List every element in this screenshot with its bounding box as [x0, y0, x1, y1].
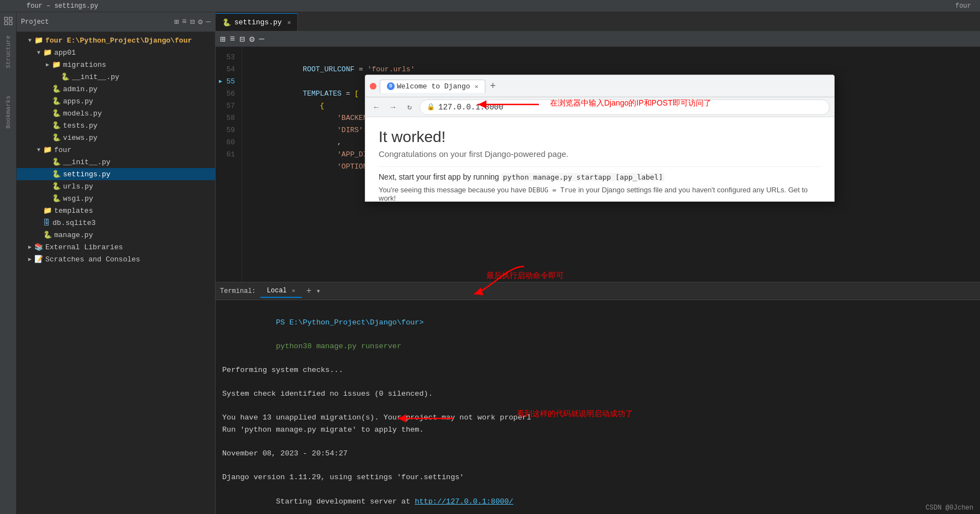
terminal-tab-label: Local — [267, 287, 287, 295]
svg-rect-1 — [9, 17, 12, 20]
line-num-53: 53 — [218, 51, 239, 64]
line-num-60: 60 — [218, 137, 239, 149]
browser-divider — [379, 166, 821, 167]
toolbar-split-icon[interactable]: ⊟ — [239, 34, 245, 45]
tree-item-tests[interactable]: 🐍 tests.py — [17, 119, 215, 132]
file-tree-header-icons: ⊞ ≡ ⊟ ⚙ — — [174, 17, 211, 27]
tree-item-templates[interactable]: 📁 templates — [17, 204, 215, 217]
terminal-out-3: You have 13 unapplied migration(s). Your… — [222, 412, 973, 424]
tree-label-init-migrations: __init__.py — [72, 73, 119, 81]
browser-tab-close-btn[interactable]: ✕ — [475, 83, 479, 90]
tree-label-admin: admin.py — [63, 85, 97, 93]
tree-item-admin[interactable]: 🐍 admin.py — [17, 83, 215, 95]
browser-page-subtitle: Congratulations on your first Django-pow… — [379, 149, 821, 159]
terminal-out-7: Starting development server at http://12… — [222, 484, 973, 514]
file-tree: ▼ 📁 four E:\Python_Project\Django\four ▼… — [17, 32, 215, 514]
tree-label-app01: app01 — [54, 49, 76, 57]
tree-label-manage: manage.py — [54, 231, 93, 239]
tree-item-settings[interactable]: 🐍 settings.py — [17, 168, 215, 180]
svg-rect-0 — [4, 17, 7, 20]
tree-item-init-migrations[interactable]: 🐍 __init__.py — [17, 71, 215, 83]
browser-content: It worked! Congratulations on your first… — [365, 117, 834, 201]
ide-topbar: four – settings.py four — [0, 0, 980, 12]
terminal-tab-local[interactable]: Local ✕ — [260, 285, 302, 298]
browser-url-text: 127.0.0.1:8000 — [438, 103, 504, 112]
terminal-link-server[interactable]: http://127.0.0.1:8000/ — [415, 497, 513, 506]
terminal-add-icon[interactable]: + — [306, 286, 312, 296]
project-icon[interactable] — [2, 14, 15, 28]
tree-label-settings: settings.py — [63, 170, 111, 179]
tree-item-urls[interactable]: 🐍 urls.py — [17, 180, 215, 192]
browser-next-code: python manage.py startapp [app_label] — [501, 173, 665, 181]
tree-item-init-four[interactable]: 🐍 __init__.py — [17, 156, 215, 168]
tree-label-ext-libs: External Libraries — [45, 243, 123, 251]
terminal-tab-close[interactable]: ✕ — [292, 288, 295, 294]
tree-item-scratches[interactable]: ▶ 📝 Scratches and Consoles — [17, 253, 215, 265]
tree-icon-settings[interactable]: ⚙ — [198, 17, 202, 27]
terminal-prompt-line: PS E:\Python_Project\Django\four> python… — [222, 305, 973, 364]
browser-back-btn[interactable]: ← — [370, 101, 383, 114]
browser-debug-text: You're seeing this message because you h… — [379, 186, 821, 201]
tree-root[interactable]: ▼ 📁 four E:\Python_Project\Django\four — [17, 34, 215, 46]
tree-item-migrations[interactable]: ▶ 📁 migrations — [17, 59, 215, 71]
browser-tab-django[interactable]: D Welcome to Django ✕ — [380, 80, 485, 93]
terminal-content[interactable]: PS E:\Python_Project\Django\four> python… — [216, 300, 980, 514]
line-num-61: 61 — [218, 149, 239, 161]
tab-close-settings[interactable]: ✕ — [287, 19, 291, 26]
tree-item-db[interactable]: 🗄 db.sqlite3 — [17, 217, 215, 229]
terminal-more-icon[interactable]: ▾ — [316, 286, 321, 296]
tree-item-wsgi[interactable]: 🐍 wsgi.py — [17, 192, 215, 204]
file-tree-title: Project — [21, 18, 49, 26]
tree-label-tests: tests.py — [63, 122, 97, 130]
toolbar-list-icon[interactable]: ≡ — [230, 34, 235, 44]
editor-tab-settings[interactable]: 🐍 settings.py ✕ — [216, 13, 298, 31]
tree-item-ext-libs[interactable]: ▶ 📚 External Libraries — [17, 241, 215, 253]
toolbar-settings-icon[interactable]: ⚙ — [249, 34, 255, 45]
tree-label-templates: templates — [54, 207, 93, 215]
browser-forward-btn[interactable]: → — [386, 101, 400, 114]
svg-rect-2 — [9, 22, 12, 25]
file-tree-header: Project ⊞ ≡ ⊟ ⚙ — — [17, 12, 215, 32]
browser-url-box[interactable]: 🔒 127.0.0.1:8000 — [420, 99, 830, 115]
structure-label: Structure — [5, 33, 12, 70]
tree-icon-collapse[interactable]: ⊟ — [190, 17, 195, 27]
terminal-command-text: python38 manage.py runserver — [276, 342, 401, 350]
terminal-out-1: Performing system checks... — [222, 364, 973, 376]
browser-lock-icon: 🔒 — [427, 103, 435, 111]
terminal-out-blank-1 — [222, 376, 973, 389]
line-num-56: 56 — [218, 88, 239, 100]
tree-item-app01[interactable]: ▼ 📁 app01 — [17, 46, 215, 59]
line-num-55: 55 — [218, 76, 239, 88]
tree-label-apps: apps.py — [63, 97, 93, 106]
browser-next-text: Next, start your first app by running py… — [379, 172, 821, 181]
browser-refresh-btn[interactable]: ↻ — [403, 101, 416, 114]
tree-label-four-folder: four — [54, 146, 71, 154]
tree-item-apps[interactable]: 🐍 apps.py — [17, 95, 215, 107]
toolbar-minimize-icon[interactable]: — — [259, 34, 265, 44]
tree-root-label: four E:\Python_Project\Django\four — [45, 36, 192, 45]
tree-item-models[interactable]: 🐍 models.py — [17, 107, 215, 119]
terminal-out-blank-2 — [222, 400, 973, 412]
tree-icon-layout[interactable]: ⊞ — [174, 17, 179, 27]
browser-address-bar: ← → ↻ 🔒 127.0.0.1:8000 — [365, 97, 834, 117]
tree-label-models: models.py — [63, 109, 102, 118]
editor-tabs: 🐍 settings.py ✕ — [216, 12, 980, 32]
terminal-out-4: Run 'python manage.py migrate' to apply … — [222, 424, 973, 436]
browser-page-title: It worked! — [379, 128, 821, 146]
tree-item-views[interactable]: 🐍 views.py — [17, 132, 215, 144]
line-numbers: 53 54 55 56 57 58 59 60 61 — [216, 47, 242, 282]
browser-close-btn[interactable] — [370, 83, 376, 90]
browser-new-tab-btn[interactable]: + — [488, 81, 498, 92]
tree-label-scratches: Scratches and Consoles — [45, 255, 140, 264]
terminal-label: Terminal: — [220, 287, 256, 295]
browser-tab-bar: D Welcome to Django ✕ + — [380, 80, 830, 93]
tree-label-db: db.sqlite3 — [53, 219, 96, 227]
toolbar-layout-icon[interactable]: ⊞ — [220, 34, 226, 45]
tree-icon-list[interactable]: ≡ — [182, 17, 186, 27]
tree-item-four-folder[interactable]: ▼ 📁 four — [17, 144, 215, 156]
terminal-out-blank-4 — [222, 460, 973, 472]
topbar-user: four — [955, 2, 971, 10]
tree-icon-close[interactable]: — — [206, 17, 211, 27]
terminal-prompt-text: PS E:\Python_Project\Django\four> — [276, 318, 423, 327]
tree-item-manage[interactable]: 🐍 manage.py — [17, 229, 215, 241]
